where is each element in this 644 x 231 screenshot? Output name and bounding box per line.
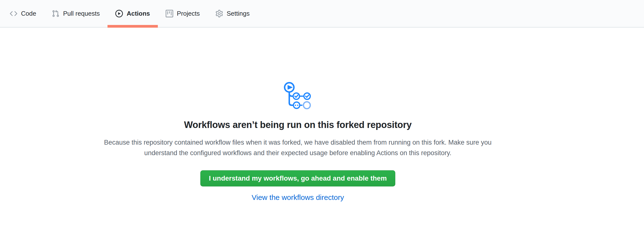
blankslate-description: Because this repository contained workfl… (99, 137, 497, 158)
enable-button-row: I understand my workflows, go ahead and … (0, 158, 596, 186)
tab-settings[interactable]: Settings (208, 0, 258, 27)
play-circle-icon (115, 10, 123, 17)
actions-blankslate: Workflows aren’t being run on this forke… (0, 79, 596, 202)
blankslate-heading: Workflows aren’t being run on this forke… (0, 119, 596, 131)
enable-workflows-button[interactable]: I understand my workflows, go ahead and … (200, 170, 395, 186)
tab-label: Projects (177, 10, 200, 17)
tab-label: Pull requests (63, 10, 100, 17)
tab-code[interactable]: Code (2, 0, 44, 27)
repo-nav: Code Pull requests Actions Projects Sett… (0, 0, 644, 28)
tab-label: Actions (126, 10, 150, 17)
tab-label: Code (21, 10, 36, 17)
active-tab-underline (108, 25, 158, 28)
workflows-directory-link[interactable]: View the workflows directory (252, 193, 344, 201)
git-pull-request-icon (52, 10, 59, 17)
gear-icon (216, 10, 223, 17)
workflow-illustration-icon (282, 79, 314, 112)
tab-actions[interactable]: Actions (108, 0, 158, 27)
tab-label: Settings (227, 10, 250, 17)
tab-projects[interactable]: Projects (158, 0, 208, 27)
project-board-icon (166, 10, 173, 17)
tab-pull-requests[interactable]: Pull requests (44, 0, 108, 27)
code-icon (10, 10, 17, 17)
workflows-link-row: View the workflows directory (0, 193, 596, 202)
